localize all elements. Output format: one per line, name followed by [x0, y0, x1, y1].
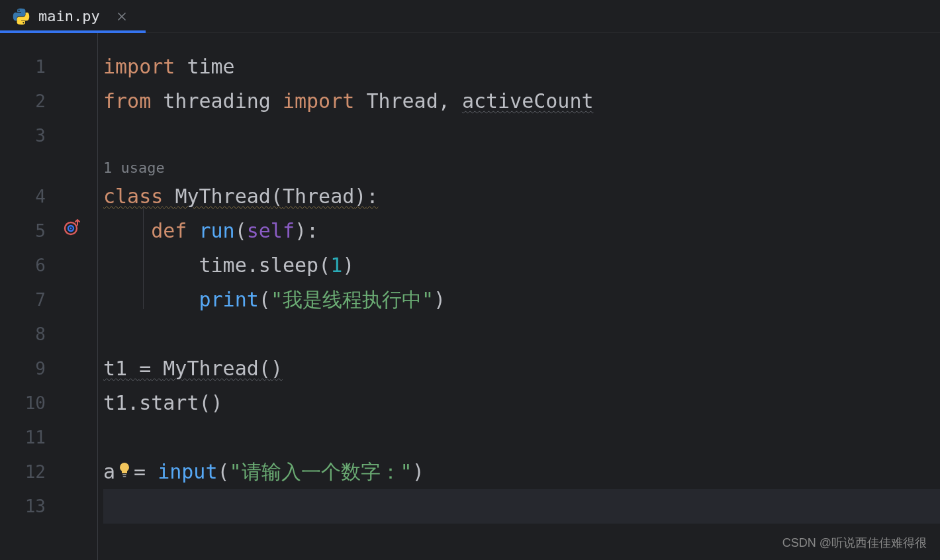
svg-point-2 — [70, 228, 72, 230]
line-number[interactable]: 5 — [0, 214, 97, 248]
code-line-6[interactable]: time.sleep(1) — [103, 248, 940, 283]
line-number[interactable]: 13 — [0, 489, 97, 524]
gutter: 1 2 3 4 5 6 7 8 9 10 11 12 13 — [0, 33, 98, 560]
line-number[interactable]: 6 — [0, 248, 97, 283]
code-line-4[interactable]: class MyThread(Thread): — [103, 179, 940, 214]
code-line-10[interactable]: t1.start() — [103, 386, 940, 420]
code-line-8[interactable] — [103, 317, 940, 351]
tab-filename: main.py — [38, 8, 100, 24]
code-line-1[interactable]: import time — [103, 50, 940, 84]
code-line-13[interactable]: print(a*3) — [103, 489, 940, 524]
run-target-icon[interactable] — [63, 214, 81, 248]
close-icon[interactable] — [115, 9, 129, 24]
line-number[interactable]: 1 — [0, 50, 97, 84]
code-line-3[interactable] — [103, 118, 940, 153]
line-number[interactable]: 10 — [0, 386, 97, 420]
line-number[interactable]: 8 — [0, 317, 97, 351]
code-line-5[interactable]: def run(self): — [103, 214, 940, 248]
current-line-highlight — [103, 489, 940, 524]
svg-rect-4 — [123, 476, 126, 477]
code-line-9[interactable]: t1 = MyThread() — [103, 351, 940, 386]
line-number[interactable]: 3 — [0, 118, 97, 153]
tab-bar: main.py — [0, 0, 940, 33]
code-editor[interactable]: 1 2 3 4 5 6 7 8 9 10 11 12 13 import tim… — [0, 33, 940, 560]
code-line-7[interactable]: print("我是线程执行中") — [103, 283, 940, 317]
line-number[interactable]: 2 — [0, 84, 97, 118]
code-area[interactable]: import time from threading import Thread… — [98, 33, 940, 560]
code-line-2[interactable]: from threading import Thread, activeCoun… — [103, 84, 940, 118]
line-number[interactable]: 4 — [0, 179, 97, 214]
svg-rect-3 — [122, 474, 126, 475]
file-tab[interactable]: main.py — [0, 0, 141, 32]
line-number[interactable]: 11 — [0, 420, 97, 455]
python-icon — [12, 7, 30, 26]
intention-bulb-icon[interactable] — [117, 456, 132, 490]
code-line-12[interactable]: a= input("请输入一个数字：") — [103, 455, 940, 489]
usage-hint[interactable]: 1 usage — [103, 153, 940, 179]
line-number[interactable]: 7 — [0, 283, 97, 317]
line-number[interactable]: 9 — [0, 351, 97, 386]
line-number[interactable]: 12 — [0, 455, 97, 489]
code-line-11[interactable] — [103, 420, 940, 455]
watermark: CSDN @听说西佳佳难得很 — [782, 535, 927, 551]
